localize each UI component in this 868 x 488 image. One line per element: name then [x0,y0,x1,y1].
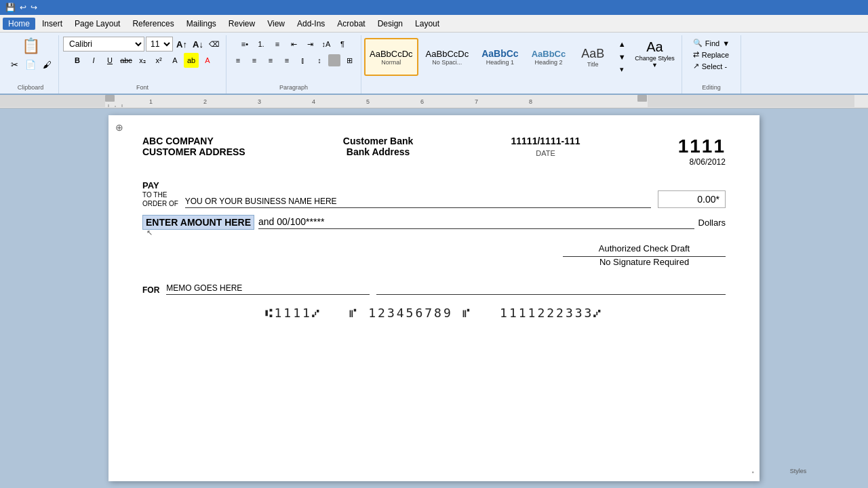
check-header: ABC COMPANY CUSTOMER ADDRESS Customer Ba… [142,136,726,167]
svg-text:3: 3 [258,98,261,105]
style-no-spacing-button[interactable]: AaBbCcDc No Spaci... [420,38,475,76]
sort-button[interactable]: ↕A [319,37,334,52]
redo-icon[interactable]: ↪ [31,3,37,12]
check-num-container: 1111 8/06/2012 [678,136,726,167]
style-normal-button[interactable]: AaBbCcDc Normal [364,38,418,76]
highlight-button[interactable]: ab [184,53,199,68]
styles-section: AaBbCcDc Normal AaBbCcDc No Spaci... AaB… [361,35,682,94]
text-effects-button[interactable]: A [167,53,182,68]
editing-label: Editing [686,84,736,92]
decrease-indent-button[interactable]: ⇤ [286,37,301,52]
bank-name: Customer Bank [343,136,413,146]
format-painter-button[interactable]: 🖌 [39,57,54,72]
multilevel-button[interactable]: ≡ [270,37,285,52]
menu-home[interactable]: Home [3,18,35,30]
insert-control-icon[interactable]: ⊕ [115,122,123,133]
resize-handle[interactable]: ▪ [751,468,754,476]
ribbon-main: 📋 ✂ 📄 🖌 Clipboard Calibri 11 A↑ A↓ ⌫ [0,33,868,94]
paste-button[interactable]: 📋 [19,37,43,56]
shading-button[interactable] [328,54,340,66]
svg-text:1: 1 [149,98,153,105]
justify-button[interactable]: ≡ [279,53,294,68]
align-left-button[interactable]: ≡ [231,53,245,68]
shrink-font-button[interactable]: A↓ [191,37,205,52]
cut-button[interactable]: ✂ [7,57,22,72]
font-family-select[interactable]: Calibri [63,37,144,52]
copy-button[interactable]: 📄 [23,57,38,72]
menu-add-ins[interactable]: Add-Ins [292,18,330,30]
amount-highlighted[interactable]: ENTER AMOUNT HERE [142,215,254,230]
columns-button[interactable]: ⫿ [296,53,311,68]
document-area: ⊕ ABC COMPANY CUSTOMER ADDRESS Customer … [0,108,868,488]
menu-acrobat[interactable]: Acrobat [332,18,370,30]
style-heading1-preview: AaBbCc [481,48,518,59]
clipboard-label: Clipboard [7,84,54,92]
show-marks-button[interactable]: ¶ [335,37,350,52]
font-bottom: B I U abc x₂ x² A ab A [70,53,215,68]
menu-review[interactable]: Review [223,18,260,30]
undo-icon[interactable]: ↩ [20,3,26,12]
menu-design[interactable]: Design [372,18,408,30]
style-title-button[interactable]: AaB Title [573,38,612,76]
clipboard-bottom: ✂ 📄 🖌 [7,57,54,72]
grow-font-button[interactable]: A↑ [174,37,189,52]
find-replace-group: 🔍 Find ▼ ⇄ Replace ↗ Select - [686,37,736,73]
menu-view[interactable]: View [262,18,290,30]
style-heading2-button[interactable]: AaBbCc Heading 2 [526,38,572,76]
increase-indent-button[interactable]: ⇥ [302,37,317,52]
change-styles-button[interactable]: Aa Change Styles ▼ [635,39,675,68]
date-label: DATE [536,149,555,157]
superscript-button[interactable]: x² [151,53,166,68]
document[interactable]: ⊕ ABC COMPANY CUSTOMER ADDRESS Customer … [108,115,760,481]
style-normal-preview: AaBbCcDc [370,49,413,59]
line-spacing-button[interactable]: ↕ [312,53,327,68]
svg-text:8: 8 [529,98,532,105]
subscript-button[interactable]: x₂ [135,53,150,68]
menu-page-layout[interactable]: Page Layout [69,18,125,30]
replace-button[interactable]: ⇄ Replace [690,49,732,60]
micr-line: ⑆1111⑇ ⑈ 123456789 ⑈ 1111222333⑇ [142,306,726,320]
menu-bar: Home Insert Page Layout References Maili… [0,15,868,33]
menu-references[interactable]: References [127,18,179,30]
font-color-button[interactable]: A [200,53,215,68]
align-center-button[interactable]: ≡ [247,53,262,68]
routing-number: 11111/1111-111 [511,136,580,146]
bank-info: Customer Bank Bank Address [343,136,413,157]
styles-up-button[interactable]: ▲ [614,38,629,51]
menu-insert[interactable]: Insert [37,18,68,30]
bottom-row: FOR MEMO GOES HERE [142,283,726,295]
sig-line [376,294,726,295]
svg-text:6: 6 [420,98,424,105]
select-button[interactable]: ↗ Select - [690,61,732,71]
clipboard-section: 📋 ✂ 📄 🖌 Clipboard [3,35,59,94]
save-icon[interactable]: 💾 [5,3,16,12]
bold-button[interactable]: B [70,53,85,68]
payee-line: YOU OR YOUR BUSINESS NAME HERE [185,197,651,208]
style-heading1-button[interactable]: AaBbCc Heading 1 [476,38,524,76]
styles-more-button[interactable]: ▾ [614,63,629,76]
styles-down-button[interactable]: ▼ [614,51,629,64]
menu-mailings[interactable]: Mailings [181,18,222,30]
quick-access-toolbar: 💾 ↩ ↪ [0,0,868,15]
check-number-display: 1111 [678,136,726,157]
svg-rect-14 [637,95,647,102]
bullets-button[interactable]: ≡• [237,37,252,52]
numbering-button[interactable]: 1. [254,37,269,52]
find-button[interactable]: 🔍 Find ▼ [690,38,732,48]
pay-to-label: TO THEORDER OF [142,190,178,208]
italic-button[interactable]: I [86,53,101,68]
clear-format-button[interactable]: ⌫ [207,37,222,52]
amount-box[interactable]: 0.00* [658,190,726,208]
align-right-button[interactable]: ≡ [263,53,278,68]
pay-label: PAY [142,180,178,190]
strikethrough-button[interactable]: abc [119,53,134,68]
cursor-icon: ↖ [146,228,153,237]
style-heading1-label: Heading 1 [486,59,514,66]
select-icon: ↗ [693,62,699,70]
svg-text:7: 7 [475,98,478,105]
menu-layout[interactable]: Layout [410,18,445,30]
underline-button[interactable]: U [102,53,117,68]
font-size-select[interactable]: 11 [146,37,173,52]
border-button[interactable]: ⊞ [342,53,357,68]
amount-text-rest: and 00/100***** [258,216,694,229]
